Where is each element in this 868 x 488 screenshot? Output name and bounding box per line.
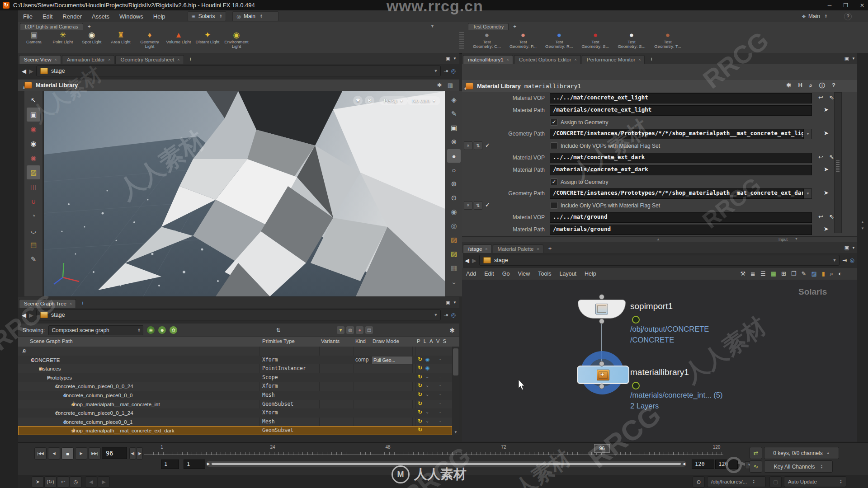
prim-active-toggle[interactable]: ↻ bbox=[418, 418, 422, 424]
scene-graph-row[interactable]: ⊖ ◆ concrete_column_piece0_0_0 Mesh ↻ ⌄ … bbox=[18, 391, 452, 400]
filter-geometry-icon[interactable]: ✿ bbox=[170, 326, 177, 334]
scene-graph-row[interactable]: └ ◆ shop_materialpath__mat_concrete_ext_… bbox=[18, 426, 452, 435]
overview-icon[interactable]: ◐ bbox=[838, 270, 842, 277]
prim-active-toggle[interactable]: ↻ bbox=[418, 374, 422, 380]
grid-color-icon[interactable]: ▦ bbox=[771, 270, 776, 277]
cook-mode-icon[interactable]: ▢ bbox=[769, 476, 782, 488]
network-canvas[interactable]: Solaris sopimport1 /obj/output/CONCRETE … bbox=[462, 280, 857, 441]
search-icon[interactable]: ⌕ bbox=[809, 82, 812, 90]
path-dropdown-icon[interactable]: ▼ bbox=[833, 258, 837, 263]
assign-checkbox[interactable]: ✓ bbox=[551, 178, 557, 185]
close-tab-icon[interactable]: × bbox=[575, 57, 577, 62]
range-start-field[interactable]: 1 bbox=[184, 460, 205, 469]
key-icon[interactable] bbox=[726, 457, 742, 473]
close-button[interactable]: ✕ bbox=[860, 2, 864, 9]
snapshot-panel-icon[interactable]: ▥ bbox=[448, 82, 453, 89]
pane-maximize-icon[interactable]: ▣ bbox=[844, 245, 849, 251]
range-left-handle[interactable]: ▶ bbox=[207, 462, 210, 466]
path-dropdown-icon[interactable]: ▼ bbox=[434, 313, 438, 317]
select-arrow-icon[interactable]: ↖ bbox=[27, 93, 40, 107]
update-mode-dropdown[interactable]: Auto Update ▲▼ bbox=[784, 476, 846, 487]
pane-maximize-icon[interactable]: ▣ bbox=[446, 56, 450, 61]
playback-range-slider[interactable]: ▶ ◀ bbox=[206, 461, 686, 467]
rotate-tool-icon[interactable]: ◉ bbox=[27, 151, 40, 165]
node-instance-name[interactable]: materiallibrary1 bbox=[524, 83, 581, 89]
pick-node-icon[interactable]: ⇖ bbox=[829, 94, 834, 101]
include-vops-checkbox[interactable]: ✓ bbox=[551, 202, 557, 209]
close-tab-icon[interactable]: × bbox=[177, 57, 179, 62]
network-menu-item[interactable]: View bbox=[514, 271, 534, 277]
pin-icon[interactable]: ⇥ bbox=[842, 257, 847, 263]
gallery-icon[interactable]: ▦ bbox=[447, 261, 461, 275]
node-shape-icon[interactable]: ❐ bbox=[791, 270, 797, 277]
scene-graph-row[interactable]: ⊖ ◆ concrete_column_piece0_0_1 Mesh ↻ ⌄ … bbox=[18, 418, 452, 427]
range-right-handle[interactable]: ◀ bbox=[683, 462, 685, 466]
viewport-gear-icon[interactable]: ✱ bbox=[353, 96, 363, 105]
col-header[interactable]: Primitive Type bbox=[262, 338, 295, 344]
follow-network-icon[interactable]: ◎ bbox=[850, 257, 854, 263]
pick-path-icon[interactable]: ➤ bbox=[824, 106, 829, 113]
display-options-gear-icon[interactable]: ✱ bbox=[437, 82, 442, 89]
material-path-field[interactable]: /materials/concrete_ext_light bbox=[550, 105, 812, 116]
sliders-icon[interactable]: ✱ bbox=[786, 82, 791, 90]
pane-controls[interactable]: ▣▼ bbox=[446, 56, 457, 61]
shelf-add-tab-button[interactable]: + bbox=[509, 23, 520, 30]
col-header[interactable]: Scene Graph Path bbox=[30, 338, 73, 344]
select-notify-icon[interactable]: ➤ bbox=[32, 476, 44, 488]
current-op-path[interactable]: /obj/fractures/... ▲▼ bbox=[707, 476, 766, 487]
camera-view-icon[interactable]: ◉ bbox=[447, 205, 461, 219]
menu-item[interactable]: Windows bbox=[114, 13, 148, 20]
sgt-scrollbar[interactable]: ▼ bbox=[452, 347, 459, 435]
path-field[interactable]: stage ▼ bbox=[479, 255, 840, 266]
pane-controls[interactable]: ▣▼ bbox=[844, 56, 855, 61]
pick-node-icon[interactable]: ⇖ bbox=[829, 154, 834, 160]
shelf-add-tab-button[interactable]: + bbox=[84, 23, 94, 30]
sync-keys-icon[interactable]: ⇄ bbox=[750, 447, 762, 459]
node-edit-icon[interactable]: ✎ bbox=[802, 270, 807, 277]
pane-arrow-down-icon[interactable]: ▼ bbox=[861, 226, 864, 230]
scene-graph-row[interactable]: ⊖ ⌖ concrete_column_piece0_0_0_24 Xform … bbox=[18, 382, 452, 391]
close-tab-icon[interactable]: × bbox=[55, 57, 57, 62]
stop-button[interactable]: ■ bbox=[61, 447, 74, 460]
pane-menu-icon[interactable]: ▼ bbox=[852, 246, 855, 250]
pick-path-icon[interactable]: ➤ bbox=[824, 225, 829, 232]
pane-tab[interactable]: Context Options Editor× bbox=[514, 55, 581, 64]
key-all-channels-dropdown[interactable]: Key All Channels▲▼ bbox=[764, 460, 833, 473]
light-bulb-icon[interactable]: ○ bbox=[447, 163, 461, 177]
shelf-divider-grip[interactable] bbox=[459, 31, 464, 49]
pin-icon[interactable]: ⇥ bbox=[443, 312, 448, 318]
node-sopimport1[interactable] bbox=[578, 300, 626, 319]
network-menu-item[interactable]: Go bbox=[498, 271, 514, 277]
pane-tab[interactable]: Scene View× bbox=[19, 55, 61, 64]
spinner-icon[interactable]: ▲▼ bbox=[219, 14, 222, 19]
menu-item[interactable]: File bbox=[18, 13, 38, 20]
material-vop-field[interactable]: ../../mat/ground bbox=[550, 212, 812, 223]
desktop-selector[interactable]: ⊞ Solaris ▲▼ bbox=[188, 11, 226, 21]
dome-view-icon[interactable]: ◡ bbox=[27, 223, 40, 237]
forward-arrow-icon[interactable]: ▶ bbox=[29, 68, 33, 75]
scene-graph-row[interactable]: ⊖ ● CONCRETE Xform comp Full Geo...▲▼ ↻ … bbox=[18, 356, 452, 365]
jump-to-node-icon[interactable]: ↩ bbox=[818, 94, 823, 101]
include-vops-checkbox[interactable]: ✓ bbox=[551, 142, 557, 149]
tree-view-icon[interactable]: ≣ bbox=[750, 270, 755, 277]
shelf-overflow-icon[interactable]: ▼ bbox=[430, 24, 434, 28]
add-pane-tab-button[interactable]: + bbox=[544, 244, 556, 253]
group-controls[interactable]: ×⇅✓ bbox=[464, 201, 491, 210]
close-tab-icon[interactable]: × bbox=[70, 301, 72, 306]
rotate-gizmo-icon[interactable]: (↻) bbox=[44, 476, 57, 488]
col-header[interactable]: Kind bbox=[355, 338, 366, 344]
step-back-button[interactable]: ◀| bbox=[129, 447, 136, 460]
eye-view-icon[interactable]: ◎ bbox=[447, 219, 461, 233]
history-clock-icon[interactable]: ◷ bbox=[70, 476, 82, 488]
forward-arrow-icon[interactable]: ▶ bbox=[29, 312, 33, 319]
col-header[interactable]: Draw Mode bbox=[373, 338, 399, 344]
camera-tool[interactable]: ▣ Camera bbox=[21, 30, 47, 49]
flag-col-header[interactable]: L bbox=[424, 338, 426, 344]
pane-tab[interactable]: Animation Editor× bbox=[62, 55, 115, 64]
col-header[interactable]: Variants bbox=[321, 338, 340, 344]
shelf-tab-lop-lights[interactable]: LOP Lights and Cameras bbox=[20, 23, 83, 30]
forward-arrow-icon[interactable]: ▶ bbox=[472, 257, 476, 264]
scene-graph-row[interactable]: ⊖ ○ Prototypes Scope ↻ ⌄ ‑ bbox=[18, 373, 452, 382]
node-output-connector[interactable] bbox=[599, 319, 604, 324]
link-icon[interactable]: ◎ bbox=[451, 312, 456, 318]
